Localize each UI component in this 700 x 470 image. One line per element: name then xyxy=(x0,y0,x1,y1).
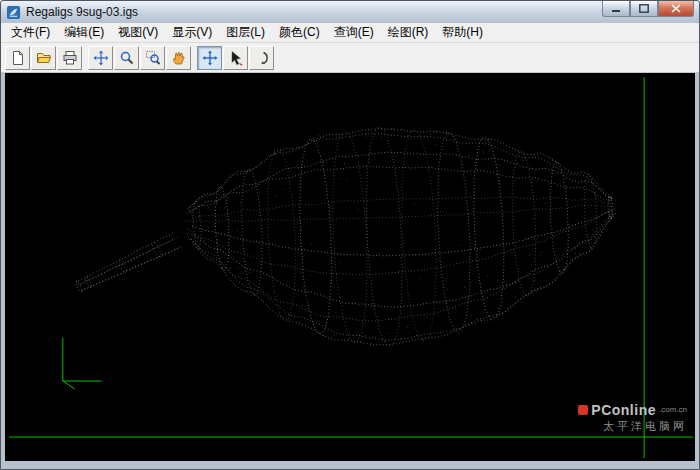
watermark-brand: PConline xyxy=(591,403,656,418)
open-file-button[interactable] xyxy=(31,46,56,70)
new-document-button[interactable] xyxy=(5,46,30,70)
move-icon xyxy=(202,50,218,66)
select-button[interactable] xyxy=(223,46,248,70)
minimize-icon xyxy=(611,4,621,13)
print-button[interactable] xyxy=(57,46,82,70)
rotate-icon xyxy=(254,50,270,66)
zoom-icon xyxy=(119,50,135,66)
pan-hand-icon xyxy=(171,50,187,66)
pan-button[interactable] xyxy=(166,46,191,70)
menu-display[interactable]: 显示(V) xyxy=(165,22,219,44)
menu-edit[interactable]: 编辑(E) xyxy=(57,22,111,44)
extent-lines xyxy=(9,77,693,458)
zoom-window-button[interactable] xyxy=(140,46,165,70)
print-icon xyxy=(62,50,78,66)
menu-draw[interactable]: 绘图(R) xyxy=(381,22,436,44)
wireframe-model xyxy=(76,127,616,346)
move-button[interactable] xyxy=(197,46,222,70)
maximize-icon xyxy=(639,4,649,13)
close-icon xyxy=(671,4,681,13)
zoom-button[interactable] xyxy=(114,46,139,70)
minimize-button[interactable] xyxy=(602,1,630,17)
watermark: PConline .com.cn 太平洋电脑网 xyxy=(578,403,687,432)
toolbar xyxy=(1,43,699,73)
new-document-icon xyxy=(10,50,26,66)
menu-help[interactable]: 帮助(H) xyxy=(435,22,490,44)
open-folder-icon xyxy=(36,50,52,66)
menu-layer[interactable]: 图层(L) xyxy=(219,22,272,44)
app-window: Regaligs 9sug-03.igs 文件(F) 编辑(E) 视图(V) 显… xyxy=(0,0,700,470)
watermark-domain: .com.cn xyxy=(659,406,687,415)
window-title: Regaligs 9sug-03.igs xyxy=(26,5,602,19)
watermark-subtitle: 太平洋电脑网 xyxy=(578,420,687,432)
axis-indicator xyxy=(63,338,102,389)
zoom-window-icon xyxy=(145,50,161,66)
menu-view[interactable]: 视图(V) xyxy=(111,22,165,44)
menubar: 文件(F) 编辑(E) 视图(V) 显示(V) 图层(L) 颜色(C) 查询(E… xyxy=(1,23,699,43)
window-controls xyxy=(602,1,694,17)
zoom-fit-button[interactable] xyxy=(88,46,113,70)
close-button[interactable] xyxy=(658,1,694,17)
app-icon xyxy=(6,5,21,20)
menu-color[interactable]: 颜色(C) xyxy=(272,22,327,44)
rotate-button[interactable] xyxy=(249,46,274,70)
viewport-canvas[interactable]: PConline .com.cn 太平洋电脑网 xyxy=(5,73,695,461)
zoom-fit-icon xyxy=(93,50,109,66)
titlebar[interactable]: Regaligs 9sug-03.igs xyxy=(1,1,699,23)
menu-file[interactable]: 文件(F) xyxy=(4,22,57,44)
pconline-logo-icon xyxy=(578,405,588,415)
menu-query[interactable]: 查询(E) xyxy=(327,22,381,44)
select-arrow-icon xyxy=(228,50,244,66)
maximize-button[interactable] xyxy=(630,1,658,17)
